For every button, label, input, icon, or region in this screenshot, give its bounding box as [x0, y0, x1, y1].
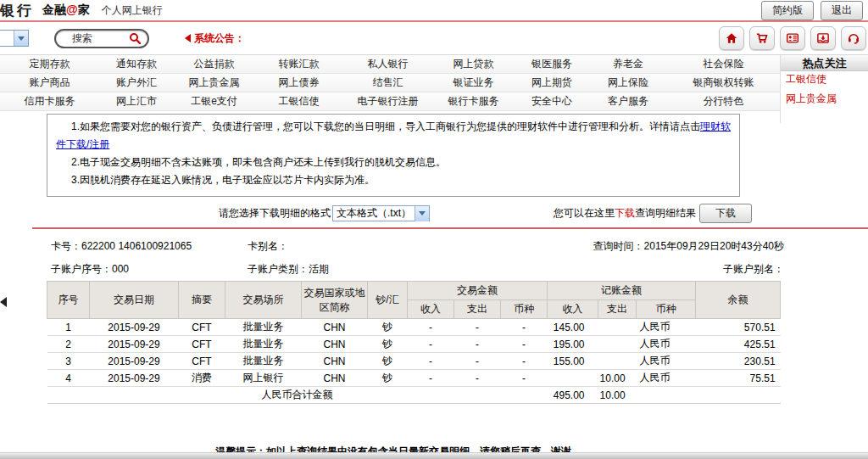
sub-account-alias-label: 子账户别名： [723, 263, 784, 275]
cell-t_in: - [408, 336, 454, 353]
cell-summary: CFT [179, 319, 225, 336]
nav-item[interactable]: 结售汇 [343, 76, 432, 90]
cell-t_cur: - [501, 353, 548, 370]
header-txn-currency: 币种 [501, 300, 548, 319]
nav-item[interactable]: 通知存款 [99, 57, 174, 71]
nav-item[interactable]: 银行卡服务 [432, 94, 515, 109]
cell-t_out: - [454, 370, 501, 387]
nav-item[interactable]: 银证业务 [432, 76, 515, 90]
nav-item[interactable]: 工银信使 [254, 94, 343, 109]
cell-date: 2015-09-29 [90, 353, 179, 370]
sub-account-seq-value: 000 [112, 263, 129, 275]
brand-at-mark: @ [66, 3, 78, 16]
bottom-edge [0, 452, 868, 459]
nav-item[interactable]: 公益捐款 [174, 57, 254, 71]
download-row: 请您选择下载明细的格式 文本格式（.txt） 您可以在这里下载查询明细结果 下载 [0, 204, 868, 223]
download-button[interactable]: 下载 [699, 204, 752, 223]
sub-account-seq-label: 子账户序号： [51, 263, 112, 275]
logout-button[interactable]: 退出 [821, 1, 863, 20]
cell-balance: 425.51 [696, 336, 781, 353]
nav-item[interactable]: 工银e支付 [174, 94, 254, 109]
notice-box: 1.如果您需要对您的银行资产、负债进行管理，您可以下载您的当日明细，导入工商银行… [47, 114, 740, 197]
cell-date: 2015-09-29 [90, 319, 179, 336]
cell-b_out [598, 336, 637, 353]
download-link[interactable]: 下载 [615, 207, 635, 219]
nav-item[interactable]: 银商银权转账 [667, 76, 780, 90]
header-book-group: 记账金额 [548, 282, 696, 300]
header-book-income: 收入 [548, 300, 598, 319]
query-time-label: 查询时间： [593, 240, 644, 252]
table-row: 42015-09-29消费网上银行CHN钞---10.00人民币75.51 [47, 370, 781, 387]
nav-item[interactable]: 客户服务 [589, 94, 667, 109]
nav-item[interactable]: 网上保险 [589, 76, 667, 90]
download-hint: 您可以在这里下载查询明细结果 [554, 206, 696, 221]
cell-t_cur: - [501, 370, 548, 387]
sub-account-type: 子账户类别：活期 [248, 262, 723, 277]
card-alias: 卡别名： [248, 239, 593, 254]
red-divider [32, 227, 868, 229]
notice-line-1: 1.如果您需要对您的银行资产、负债进行管理，您可以下载您的当日明细，导入工商银行… [56, 118, 731, 154]
nav-item[interactable]: 网上期货 [515, 76, 589, 90]
cell-summary: CFT [179, 353, 225, 370]
nav-item[interactable]: 社会保险 [667, 57, 780, 71]
hot-topic-link[interactable]: 网上贵金属 [781, 87, 868, 107]
quick-menu-select[interactable] [0, 30, 29, 47]
total-label: 人民币合计金额 [47, 387, 548, 404]
cell-b_out [598, 319, 637, 336]
inbox-download-icon[interactable] [810, 26, 836, 50]
format-select[interactable]: 文本格式（.txt） [332, 205, 430, 221]
nav-item[interactable]: 网上贵金属 [174, 76, 254, 90]
nav-item[interactable]: 分行特色 [667, 94, 780, 109]
cell-balance: 75.51 [696, 370, 781, 387]
nav-item[interactable]: 电子银行注册 [343, 94, 432, 109]
cell-t_out: - [454, 319, 501, 336]
sub-account-type-value: 活期 [309, 263, 329, 275]
main-nav: 定期存款通知存款公益捐款转账汇款私人银行网上贷款银医服务养老金社会保险 账户商品… [0, 54, 868, 111]
cell-b_in: 145.00 [548, 319, 598, 336]
announcement-label: 系统公告： [194, 31, 245, 46]
total-expense: 10.00 [598, 387, 637, 404]
account-info: 卡号：622200 1406100921065 卡别名： 查询时间：2015年0… [51, 235, 784, 281]
nav-item[interactable]: 私人银行 [343, 57, 432, 71]
cell-seq: 3 [47, 353, 90, 370]
bank-logo-text: 银行 [0, 1, 34, 20]
cell-b_cur: 人民币 [637, 370, 696, 387]
table-body: 12015-09-29CFT批量业务CHN钞---145.00人民币570.51… [47, 319, 781, 387]
toolbar: 搜索 系统公告： [0, 22, 868, 54]
nav-item[interactable]: 养老金 [589, 57, 667, 71]
search-placeholder: 搜索 [62, 31, 129, 46]
nav-item[interactable]: 账户外汇 [99, 76, 174, 90]
home-icon[interactable] [719, 26, 744, 50]
cell-cash: 钞 [368, 319, 408, 336]
cell-b_out [598, 353, 637, 370]
cell-country: CHN [302, 353, 368, 370]
cell-summary: 消费 [179, 370, 225, 387]
cell-balance: 570.51 [696, 319, 781, 336]
cell-t_out: - [454, 336, 501, 353]
nav-item[interactable]: 网上汇市 [99, 94, 174, 109]
collapse-sidebar-icon[interactable] [0, 297, 7, 307]
customer-service-icon[interactable] [841, 26, 866, 50]
nav-item[interactable]: 网上贷款 [432, 57, 515, 71]
search-input[interactable]: 搜索 [54, 29, 149, 48]
nav-item[interactable]: 定期存款 [0, 57, 99, 71]
nav-item[interactable]: 安全中心 [515, 94, 589, 109]
nav-item[interactable]: 信用卡服务 [0, 94, 99, 109]
cell-t_cur: - [501, 336, 548, 353]
total-income: 495.00 [548, 387, 598, 404]
card-number-value: 622200 1406100921065 [81, 240, 192, 252]
simple-version-button[interactable]: 简约版 [761, 1, 814, 20]
cell-cash: 钞 [368, 370, 408, 387]
brand-slogan-post: 家 [78, 3, 90, 16]
nav-item[interactable]: 银医服务 [515, 57, 589, 71]
notice-line-2: 2.电子现金交易明细不含未达账项，即未包含商户还未上传到我行的脱机交易信息。 [56, 154, 731, 171]
nav-item[interactable]: 网上债券 [254, 76, 343, 90]
cell-place: 批量业务 [225, 353, 302, 370]
table-row: 12015-09-29CFT批量业务CHN钞---145.00人民币570.51 [47, 319, 781, 336]
nav-item[interactable]: 账户商品 [0, 76, 99, 90]
cell-date: 2015-09-29 [90, 336, 179, 353]
nav-item[interactable]: 转账汇款 [254, 57, 343, 71]
cell-b_cur: 人民币 [637, 319, 696, 336]
cart-icon[interactable] [749, 26, 775, 50]
contacts-icon[interactable] [780, 26, 805, 50]
